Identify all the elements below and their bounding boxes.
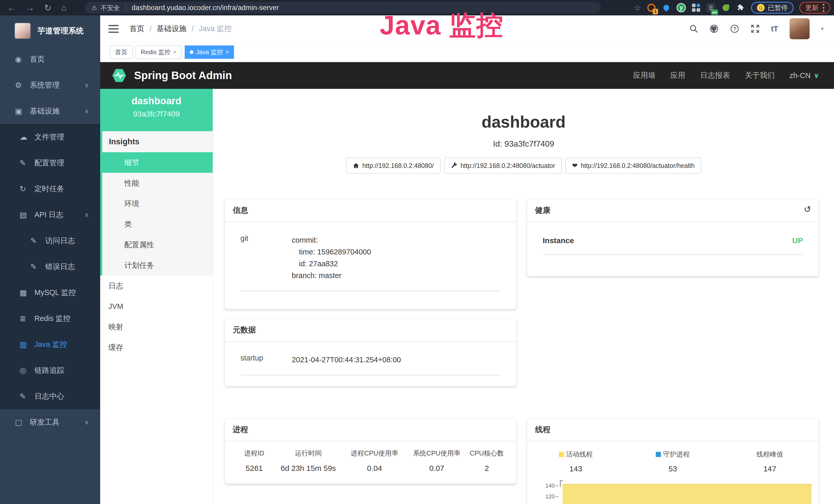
sidebar-item-config-management[interactable]: ✎ 配置管理 [0, 150, 100, 176]
search-icon[interactable] [689, 24, 698, 33]
extension-badge-1-icon[interactable]: 1 [647, 3, 656, 12]
tab-java-monitor[interactable]: Java 监控 × [185, 45, 234, 59]
tab-label: Redis 监控 [141, 48, 171, 56]
gear-icon: ⚙ [15, 81, 30, 90]
chevron-down-icon: ∨ [84, 419, 89, 426]
sba-item-logs[interactable]: 日志 [100, 275, 213, 296]
heart-icon: ❤ [572, 162, 578, 170]
sba-item-classes[interactable]: 类 [102, 214, 213, 234]
hamburger-icon[interactable] [108, 25, 119, 33]
sba-item-mappings[interactable]: 映射 [100, 317, 213, 337]
extension-count-badge: 1 [653, 9, 658, 15]
instance-id-line: Id: 93a3fc7f7409 [213, 139, 834, 148]
history-icon[interactable]: ↺ [804, 204, 811, 214]
location-pin-icon[interactable] [662, 3, 671, 12]
process-value-pid: 5261 [235, 464, 273, 473]
browser-update-button[interactable]: 更新 [799, 2, 830, 14]
health-card: 健康 ↺ Instance UP [527, 199, 818, 276]
sidebar-item-system-management[interactable]: ⚙ 系统管理 ∨ [0, 72, 100, 98]
info-row-value: commit: time: 1596289704000 id: 27aa832 … [292, 234, 371, 281]
font-size-icon[interactable]: tT [771, 24, 778, 33]
sba-nav-wallboard[interactable]: 应用墙 [633, 70, 656, 81]
health-url-button[interactable]: ❤ http://192.168.0.2:48080/actuator/heal… [565, 158, 701, 174]
sidebar-item-java-monitor[interactable]: ▥ Java 监控 [0, 331, 100, 358]
address-bar[interactable]: ⚠ 不安全 dashboard.yudao.iocoder.cn/infra/a… [85, 2, 601, 14]
daemon-threads-value: 53 [624, 464, 722, 473]
row-divider [240, 375, 501, 375]
fullscreen-icon[interactable] [750, 24, 760, 33]
process-header-proc-cpu: 进程CPU使用率 [344, 449, 405, 458]
sba-brand-title: Spring Boot Admin [134, 69, 232, 82]
instance-title: dashboard [213, 112, 834, 132]
sba-item-scheduled-tasks[interactable]: 计划任务 [102, 255, 213, 275]
green-y-extension-icon[interactable]: y [677, 3, 686, 12]
grid-extension-icon[interactable] [692, 3, 701, 12]
breadcrumb-home[interactable]: 首页 [129, 24, 144, 34]
timer-loop-icon: ↻ [20, 184, 35, 193]
sidebar-item-label: 基础设施 [30, 106, 60, 116]
help-icon[interactable]: ? [730, 24, 739, 33]
home-icon[interactable]: ⌂ [61, 3, 67, 12]
peak-threads-value: 147 [721, 464, 818, 473]
forward-icon[interactable]: → [26, 3, 35, 12]
user-avatar[interactable] [790, 18, 810, 39]
info-card: 信息 git commit: time: 1596289704000 id: 2… [225, 199, 516, 309]
sidebar-item-redis-monitor[interactable]: ≣ Redis 监控 [0, 305, 100, 331]
app-logo-row: 芋道管理系统 [0, 16, 100, 46]
sidebar-item-label: MySQL 监控 [35, 288, 76, 298]
sidebar-item-label: 系统管理 [30, 80, 60, 90]
close-icon[interactable]: × [225, 49, 229, 55]
bookmark-star-icon[interactable]: ☆ [634, 3, 641, 12]
back-icon[interactable]: ← [7, 3, 16, 12]
paused-extension-pill[interactable]: ☺ 已暂停 [751, 2, 794, 14]
metadata-card-title: 元数据 [225, 319, 516, 342]
sidebar-item-dev-tools[interactable]: ▢ 研发工具 ∨ [0, 409, 100, 435]
github-icon[interactable] [709, 24, 719, 33]
sba-nav-about[interactable]: 关于我们 [745, 70, 775, 81]
sba-item-jvm[interactable]: JVM [100, 296, 213, 317]
process-table: 进程ID 运行时间 进程CPU使用率 系统CPU使用率 CPU核心数 5261 … [225, 441, 516, 473]
breadcrumb-infrastructure[interactable]: 基础设施 [157, 24, 186, 34]
row-divider [543, 254, 803, 255]
sba-item-config-props[interactable]: 配置属性 [102, 234, 213, 255]
sidebar-item-access-logs[interactable]: ✎ 访问日志 [0, 228, 100, 254]
sba-item-caches[interactable]: 缓存 [100, 337, 213, 358]
tab-home[interactable]: 首页 [110, 45, 133, 59]
sba-instance-sidebar: dashboard 93a3fc7f7409 Insights 细节 性能 环境… [100, 89, 213, 504]
sba-locale-select[interactable]: zh-CN ∨ [790, 71, 819, 80]
sidebar-item-label: 访问日志 [45, 236, 75, 246]
avatar-caret-icon[interactable]: ▾ [821, 25, 824, 32]
sba-item-metrics[interactable]: 性能 [102, 173, 213, 193]
extensions-puzzle-icon[interactable] [736, 3, 745, 12]
sprout-extension-icon[interactable] [721, 3, 730, 12]
close-icon[interactable]: × [173, 49, 176, 55]
sba-main-content: dashboard Id: 93a3fc7f7409 http://192.16… [213, 89, 834, 504]
screenshot-root: ← → ↻ ⌂ ⚠ 不安全 dashboard.yudao.iocoder.cn… [0, 0, 834, 504]
sba-nav-journal[interactable]: 日志报表 [700, 70, 730, 81]
sidebar-item-error-logs[interactable]: ✎ 错误日志 [0, 254, 100, 280]
service-url-button[interactable]: http://192.168.0.2:48080/ [346, 158, 440, 174]
sidebar-item-infrastructure[interactable]: ▣ 基础设施 ∧ [0, 98, 100, 124]
sba-item-details[interactable]: 细节 [102, 152, 213, 173]
sidebar-item-tracing[interactable]: ◎ 链路追踪 [0, 358, 100, 383]
sba-item-environment[interactable]: 环境 [102, 193, 213, 214]
sidebar-item-home[interactable]: ◉ 首页 [0, 46, 100, 72]
sidebar-item-log-center[interactable]: ✎ 日志中心 [0, 383, 100, 409]
actuator-url-button[interactable]: http://192.168.0.2:48080/actuator [444, 158, 562, 174]
log-edit-icon: ✎ [30, 236, 45, 245]
sba-nav-applications[interactable]: 应用 [671, 70, 685, 81]
database-table-icon: ▦ [20, 288, 35, 297]
sidebar-item-scheduled-tasks[interactable]: ↻ 定时任务 [0, 176, 100, 202]
tab-redis-monitor[interactable]: Redis 监控 × [136, 45, 182, 59]
sidebar-item-mysql-monitor[interactable]: ▦ MySQL 监控 [0, 280, 100, 305]
sidebar-item-label: API 日志 [35, 210, 63, 220]
proxy-on-extension-icon[interactable]: ☰on [706, 3, 716, 12]
service-url-label: http://192.168.0.2:48080/ [363, 162, 434, 169]
sidebar-item-file-management[interactable]: ☁ 文件管理 [0, 124, 100, 150]
sba-navbar: Spring Boot Admin 应用墙 应用 日志报表 关于我们 zh-CN… [100, 62, 834, 89]
eye-icon: ◎ [20, 366, 35, 375]
svg-text:?: ? [733, 26, 736, 31]
sidebar-item-api-logs[interactable]: ▤ API 日志 ∧ [0, 202, 100, 228]
kebab-menu-icon[interactable] [823, 4, 825, 12]
reload-icon[interactable]: ↻ [44, 3, 52, 12]
